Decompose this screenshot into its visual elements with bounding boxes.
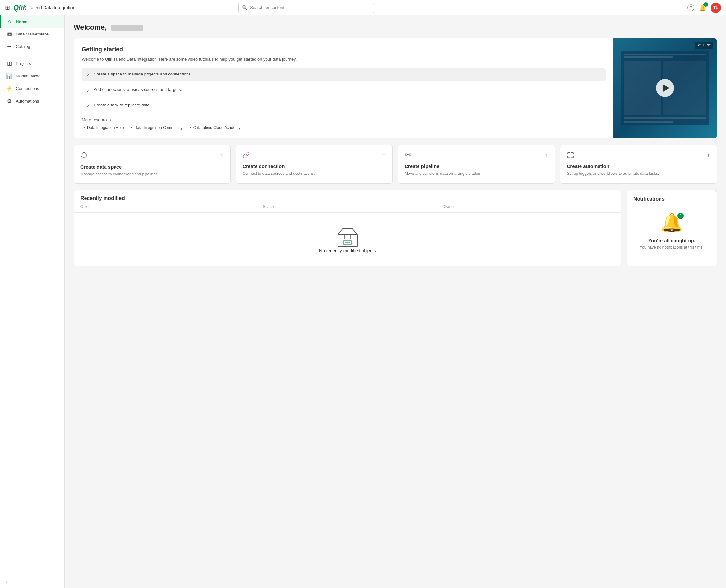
connection-card-title: Create connection — [243, 164, 386, 169]
topnav-right-actions: ? 🔔 1 TL — [687, 3, 721, 13]
gs-step-2[interactable]: ✓ Add connections to use as sources and … — [82, 84, 606, 97]
create-pipeline-header: + — [405, 152, 548, 160]
data-space-card-desc: Manage access to connections and pipelin… — [80, 172, 224, 177]
hide-video-button[interactable]: 👁 Hide — [695, 42, 713, 49]
qlik-logo-text: Qlik — [13, 3, 27, 12]
sidebar-item-data-marketplace[interactable]: ▦ Data Marketplace — [0, 28, 64, 40]
external-link-icon-2: ↗ — [129, 125, 132, 130]
grid-menu-icon[interactable]: ⊞ — [5, 4, 10, 11]
main-content: Welcome, Getting started Welcome to Qlik… — [64, 16, 726, 588]
username-blur — [111, 25, 143, 30]
empty-box-icon — [335, 226, 360, 248]
video-bar-4 — [624, 121, 673, 123]
notifications-card: Notifications ··· 🔔 0 You're all caught … — [627, 190, 717, 267]
svg-rect-4 — [571, 152, 573, 154]
video-play-button[interactable] — [656, 79, 674, 97]
pipeline-icon — [405, 152, 412, 160]
create-data-space-card[interactable]: + Create data space Manage access to con… — [74, 145, 231, 184]
monitor-icon: 📊 — [6, 73, 13, 79]
sidebar-label-marketplace: Data Marketplace — [16, 31, 49, 37]
action-cards-row: + Create data space Manage access to con… — [74, 145, 717, 184]
svg-rect-1 — [405, 153, 407, 155]
create-automation-header: + — [567, 152, 710, 160]
recently-modified-header: Recently modified — [74, 190, 621, 201]
video-bar-2 — [624, 57, 673, 58]
gs-step-1[interactable]: ✓ Create a space to manage projects and … — [82, 68, 606, 81]
automations-icon: ⚙ — [6, 98, 13, 104]
step2-check-icon: ✓ — [86, 87, 90, 93]
notifications-more-button[interactable]: ··· — [705, 195, 710, 202]
projects-icon: ◫ — [6, 60, 13, 66]
sidebar-item-projects[interactable]: ◫ Projects — [0, 57, 64, 70]
sidebar-label-automations: Automations — [16, 99, 39, 104]
svg-marker-0 — [81, 152, 87, 158]
create-data-space-header: + — [80, 152, 224, 160]
caught-up-description: You have no notifications at this time. — [640, 245, 704, 250]
sidebar-collapse-button[interactable]: ← — [0, 575, 64, 588]
sidebar-item-automations[interactable]: ⚙ Automations — [0, 95, 64, 107]
sidebar-label-projects: Projects — [16, 61, 31, 66]
sidebar-label-home: Home — [16, 19, 27, 24]
create-connection-header: + — [243, 152, 386, 160]
top-navigation: ⊞ Qlik Talend Data Integration 🔍 ? 🔔 1 T… — [0, 0, 726, 16]
connection-icon — [243, 152, 250, 160]
gs-step-3[interactable]: ✓ Create a task to replicate data. — [82, 99, 606, 112]
resource-help[interactable]: ↗ Data Integration Help — [82, 125, 124, 130]
bottom-section: Recently modified Object Space Owner — [74, 190, 717, 267]
connection-card-desc: Connect to data sources and destinations… — [243, 171, 386, 176]
sidebar-item-connections[interactable]: ⚡ Connections — [0, 82, 64, 95]
pipeline-card-title: Create pipeline — [405, 164, 548, 169]
resource-academy-label: Qlik Talend Cloud Academy — [193, 125, 241, 130]
app-logo: Qlik Talend Data Integration — [13, 3, 75, 12]
external-link-icon-1: ↗ — [82, 125, 85, 130]
resource-academy[interactable]: ↗ Qlik Talend Cloud Academy — [188, 125, 241, 130]
getting-started-description: Welcome to Qlik Talend Data Integration!… — [82, 56, 606, 63]
resources-list: ↗ Data Integration Help ↗ Data Integrati… — [82, 125, 606, 130]
more-resources-label: More resources — [82, 118, 606, 122]
svg-rect-3 — [567, 152, 569, 154]
external-link-icon-3: ↗ — [188, 125, 191, 130]
data-space-card-title: Create data space — [80, 164, 224, 170]
sidebar-item-catalog[interactable]: ☰ Catalog — [0, 40, 64, 53]
data-space-add-icon[interactable]: + — [220, 152, 224, 159]
getting-started-title: Getting started — [82, 46, 606, 53]
recently-modified-title: Recently modified — [80, 195, 125, 201]
create-pipeline-card[interactable]: + Create pipeline Move and transform dat… — [398, 145, 555, 184]
sidebar-item-monitor-views[interactable]: 📊 Monitor views — [0, 70, 64, 82]
connection-add-icon[interactable]: + — [382, 152, 386, 159]
getting-started-content: Getting started Welcome to Qlik Talend D… — [74, 38, 614, 138]
sidebar-label-connections: Connections — [16, 86, 39, 91]
data-space-icon — [80, 152, 87, 160]
resource-help-label: Data Integration Help — [87, 125, 124, 130]
help-icon[interactable]: ? — [687, 4, 694, 11]
video-thumbnail — [614, 38, 717, 138]
automation-add-icon[interactable]: + — [706, 152, 710, 159]
svg-rect-2 — [410, 153, 411, 155]
step1-check-icon: ✓ — [86, 72, 90, 78]
user-avatar[interactable]: TL — [710, 3, 721, 13]
notifications-icon[interactable]: 🔔 1 — [699, 4, 706, 11]
sidebar-item-home[interactable]: ⌂ Home — [0, 16, 64, 28]
search-bar[interactable]: 🔍 — [238, 3, 374, 13]
create-automation-card[interactable]: + Create automation Set up triggers and … — [560, 145, 717, 184]
notifications-body: 🔔 0 You're all caught up. You have no no… — [627, 202, 717, 259]
search-icon: 🔍 — [242, 5, 248, 10]
pipeline-add-icon[interactable]: + — [544, 152, 548, 159]
automation-icon — [567, 152, 574, 160]
automation-card-desc: Set up triggers and workflows to automat… — [567, 171, 710, 176]
hide-label: Hide — [703, 43, 711, 47]
app-title-text: Talend Data Integration — [29, 5, 76, 10]
sidebar: ⌂ Home ▦ Data Marketplace ☰ Catalog ◫ Pr… — [0, 16, 64, 588]
play-icon — [663, 84, 669, 92]
search-input[interactable] — [250, 5, 370, 10]
welcome-prefix: Welcome, — [74, 23, 106, 31]
step3-check-icon: ✓ — [86, 103, 90, 109]
marketplace-icon: ▦ — [6, 31, 13, 37]
resource-community[interactable]: ↗ Data Integration Community — [129, 125, 182, 130]
recently-modified-table: Object Space Owner — [74, 201, 621, 213]
hide-icon: 👁 — [697, 43, 701, 47]
app-body: ⌂ Home ▦ Data Marketplace ☰ Catalog ◫ Pr… — [0, 16, 726, 588]
collapse-icon: ← — [5, 579, 9, 584]
create-connection-card[interactable]: + Create connection Connect to data sour… — [236, 145, 393, 184]
getting-started-video: 👁 Hide — [614, 38, 717, 138]
